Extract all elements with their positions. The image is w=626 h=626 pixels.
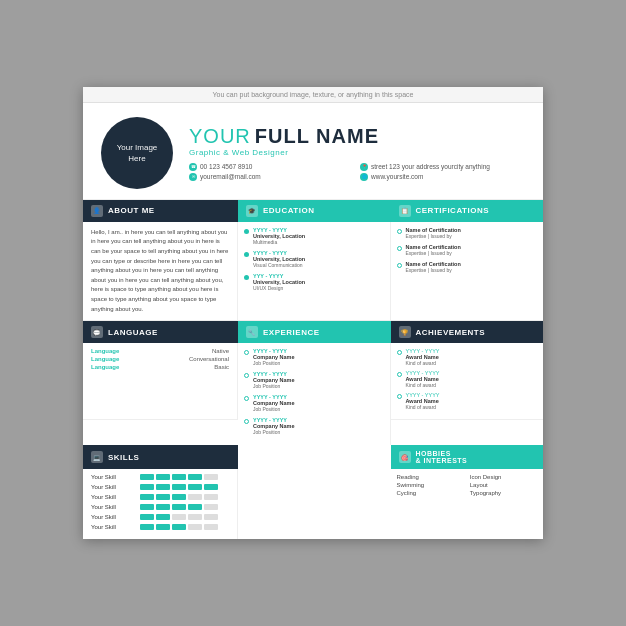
skills-content: Your Skill Your Skill <box>83 469 238 539</box>
hobbies-grid: Reading Icon Design Swimming Layout Cycl… <box>397 474 538 496</box>
cert-dot <box>397 263 402 268</box>
about-content: Hello, I am.. in here you can tell anyth… <box>83 222 238 320</box>
skill-bar <box>140 474 229 480</box>
content-row-3: Your Skill Your Skill <box>83 469 543 539</box>
exp-dot <box>244 396 249 401</box>
edu-item: YYYY - YYYY University, Location Multime… <box>244 227 384 245</box>
exp-item: YYYY - YYYY Company Name Job Position <box>244 371 384 389</box>
exp-header: 🔧 EXPERIENCE <box>238 321 391 343</box>
achieve-dot <box>397 394 402 399</box>
achieve-item: YYYY - YYYY Award Name Kind of award <box>397 370 538 388</box>
skill-item: Your Skill <box>91 524 229 530</box>
hobbies-content: Reading Icon Design Swimming Layout Cycl… <box>391 469 544 539</box>
exp-item: YYYY - YYYY Company Name Job Position <box>244 348 384 366</box>
exp-dot <box>244 350 249 355</box>
contact-grid: ☎ 00 123 4567 8910 📍 street 123 your add… <box>189 163 525 181</box>
exp-item: YYYY - YYYY Company Name Job Position <box>244 417 384 435</box>
name-full: FULL NAME <box>255 125 379 148</box>
sections-header-row-3: 💻 SKILLS 🎯 HOBBIES& INTERESTS <box>83 445 543 469</box>
skill-item: Your Skill <box>91 504 229 510</box>
achieve-item: YYYY - YYYY Award Name Kind of award <box>397 392 538 410</box>
cert-content: Name of Certification Expertise | Issued… <box>391 222 544 320</box>
photo-text: Your ImageHere <box>117 142 158 164</box>
lang-icon: 💬 <box>91 326 103 338</box>
skill-bar <box>140 514 229 520</box>
contact-phone: ☎ 00 123 4567 8910 <box>189 163 354 171</box>
skill-item: Your Skill <box>91 474 229 480</box>
content-row-2: Language Native Language Conversational … <box>83 343 543 445</box>
skill-bar <box>140 494 229 500</box>
name-your: YOUR <box>189 125 251 148</box>
header-info: YOUR FULL NAME Graphic & Web Designer ☎ … <box>189 125 525 181</box>
achieve-dot <box>397 350 402 355</box>
hobbies-icon: 🎯 <box>399 451 411 463</box>
achieve-content: YYYY - YYYY Award Name Kind of award YYY… <box>391 343 544 420</box>
phone-icon: ☎ <box>189 163 197 171</box>
name-line: YOUR FULL NAME <box>189 125 525 148</box>
resume-header: Your ImageHere YOUR FULL NAME Graphic & … <box>83 103 543 199</box>
cert-dot <box>397 229 402 234</box>
about-icon: 👤 <box>91 205 103 217</box>
achieve-dot <box>397 372 402 377</box>
top-banner: You can put background image, texture, o… <box>83 87 543 103</box>
cert-item: Name of Certification Expertise | Issued… <box>397 261 538 273</box>
lang-item: Language Conversational <box>91 356 229 362</box>
cert-dot <box>397 246 402 251</box>
exp-dot <box>244 419 249 424</box>
sections-header-row: 👤 ABOUT ME 🎓 EDUCATION 📋 CERTIFICATIONS <box>83 199 543 222</box>
achieve-icon: 🏆 <box>399 326 411 338</box>
cert-header: 📋 CERTIFICATIONS <box>391 200 544 222</box>
exp-dot <box>244 373 249 378</box>
photo-placeholder: Your ImageHere <box>101 117 173 189</box>
lang-content: Language Native Language Conversational … <box>83 343 238 420</box>
job-title: Graphic & Web Designer <box>189 148 525 157</box>
sections-header-row-2: 💬 LANGUAGE 🔧 EXPERIENCE 🏆 ACHIEVEMENTS <box>83 321 543 343</box>
exp-content: YYYY - YYYY Company Name Job Position YY… <box>238 343 391 445</box>
hobbies-header: 🎯 HOBBIES& INTERESTS <box>391 445 544 469</box>
skill-bar <box>140 524 229 530</box>
edu-content: YYYY - YYYY University, Location Multime… <box>238 222 391 320</box>
email-icon: ✉ <box>189 173 197 181</box>
content-row-1: Hello, I am.. in here you can tell anyth… <box>83 222 543 321</box>
edu-dot <box>244 252 249 257</box>
contact-website: 🌐 www.yoursite.com <box>360 173 525 181</box>
skills-icon: 💻 <box>91 451 103 463</box>
contact-address: 📍 street 123 your address yourcity anyth… <box>360 163 525 171</box>
website-icon: 🌐 <box>360 173 368 181</box>
banner-text: You can put background image, texture, o… <box>213 91 414 98</box>
lang-item: Language Native <box>91 348 229 354</box>
address-icon: 📍 <box>360 163 368 171</box>
skill-item: Your Skill <box>91 494 229 500</box>
exp-icon: 🔧 <box>246 326 258 338</box>
cert-item: Name of Certification Expertise | Issued… <box>397 227 538 239</box>
edu-dot <box>244 275 249 280</box>
education-header: 🎓 EDUCATION <box>238 200 391 222</box>
cert-item: Name of Certification Expertise | Issued… <box>397 244 538 256</box>
resume-page: You can put background image, texture, o… <box>83 87 543 539</box>
skills-header: 💻 SKILLS <box>83 445 238 469</box>
contact-email: ✉ youremail@mail.com <box>189 173 354 181</box>
lang-header: 💬 LANGUAGE <box>83 321 238 343</box>
edu-dot <box>244 229 249 234</box>
skill-bar <box>140 504 229 510</box>
skill-item: Your Skill <box>91 514 229 520</box>
skill-item: Your Skill <box>91 484 229 490</box>
achieve-item: YYYY - YYYY Award Name Kind of award <box>397 348 538 366</box>
edu-item: YYYY - YYYY University, Location Visual … <box>244 250 384 268</box>
exp-item: YYYY - YYYY Company Name Job Position <box>244 394 384 412</box>
edu-item: YYY - YYYY University, Location UI/UX De… <box>244 273 384 291</box>
cert-icon: 📋 <box>399 205 411 217</box>
skill-bar <box>140 484 229 490</box>
about-text: Hello, I am.. in here you can tell anyth… <box>91 228 229 314</box>
lang-item: Language Basic <box>91 364 229 370</box>
edu-icon: 🎓 <box>246 205 258 217</box>
achieve-header: 🏆 ACHIEVEMENTS <box>391 321 544 343</box>
about-header: 👤 ABOUT ME <box>83 200 238 222</box>
